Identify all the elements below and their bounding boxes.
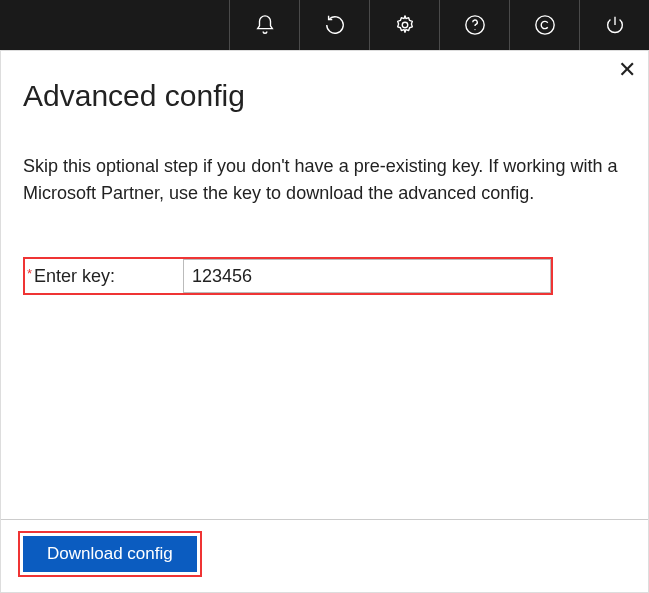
power-icon bbox=[604, 14, 626, 36]
help-button[interactable] bbox=[439, 0, 509, 50]
enter-key-row: * Enter key: bbox=[23, 257, 553, 295]
dialog: ✕ Advanced config Skip this optional ste… bbox=[0, 50, 649, 593]
power-button[interactable] bbox=[579, 0, 649, 50]
bell-icon bbox=[254, 14, 276, 36]
close-button[interactable]: ✕ bbox=[618, 59, 636, 81]
topbar bbox=[0, 0, 649, 50]
svg-point-2 bbox=[474, 29, 475, 30]
notifications-button[interactable] bbox=[229, 0, 299, 50]
refresh-icon bbox=[324, 14, 346, 36]
gear-icon bbox=[394, 14, 416, 36]
dialog-footer: Download config bbox=[1, 519, 648, 592]
settings-button[interactable] bbox=[369, 0, 439, 50]
required-mark: * bbox=[27, 266, 32, 281]
enter-key-input[interactable] bbox=[183, 259, 551, 293]
svg-point-3 bbox=[535, 16, 553, 34]
dialog-description: Skip this optional step if you don't hav… bbox=[23, 153, 626, 207]
copyright-button[interactable] bbox=[509, 0, 579, 50]
download-config-button[interactable]: Download config bbox=[23, 536, 197, 572]
enter-key-label-wrap: * Enter key: bbox=[25, 259, 183, 293]
copyright-icon bbox=[534, 14, 556, 36]
help-icon bbox=[464, 14, 486, 36]
dialog-title: Advanced config bbox=[23, 79, 626, 113]
dialog-body: Advanced config Skip this optional step … bbox=[1, 51, 648, 295]
svg-point-0 bbox=[402, 22, 408, 28]
refresh-button[interactable] bbox=[299, 0, 369, 50]
enter-key-label: Enter key: bbox=[34, 266, 115, 287]
